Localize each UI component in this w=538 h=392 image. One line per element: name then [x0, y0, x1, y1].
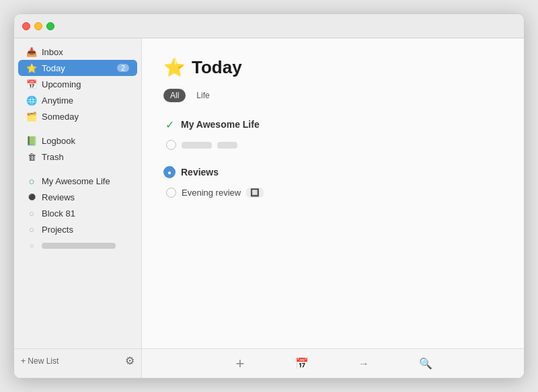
filter-life[interactable]: Life — [190, 89, 216, 102]
sidebar-item-label-inbox: Inbox — [42, 47, 63, 57]
next-button[interactable]: → — [353, 353, 375, 375]
page-header: ⭐ Today — [163, 57, 502, 78]
sidebar-item-label-my-awesome-life: My Awesome Life — [42, 176, 110, 186]
section-icon-reviews: ● — [163, 166, 176, 178]
sidebar-item-trash[interactable]: 🗑 Trash — [18, 149, 137, 165]
today-icon: ⭐ — [26, 63, 37, 73]
add-button[interactable]: + — [229, 353, 251, 375]
sidebar-footer: + New List ⚙ — [14, 348, 141, 373]
sidebar-item-today[interactable]: ⭐ Today 2 — [18, 60, 137, 76]
main-panel: ⭐ Today All Life ✓ My Awesome Life — [142, 38, 524, 378]
blurred-item-icon: ○ — [26, 240, 37, 251]
sidebar-item-label-anytime: Anytime — [42, 95, 73, 106]
page-title: Today — [192, 57, 242, 78]
sidebar-item-label-projects: Projects — [42, 225, 73, 235]
page-title-icon: ⭐ — [163, 57, 185, 78]
main-window: 📥 Inbox ⭐ Today 2 📅 Upcoming 🌐 A — [13, 13, 525, 379]
titlebar — [14, 14, 524, 38]
section-title-my-awesome-life: My Awesome Life — [181, 119, 260, 130]
someday-icon: 🗂️ — [26, 111, 37, 122]
sidebar-logs-section: 📗 Logbook 🗑 Trash — [14, 132, 141, 165]
task-label-evening-review: Evening review — [182, 188, 241, 198]
anytime-icon: 🌐 — [26, 95, 37, 106]
sidebar-item-my-awesome-life[interactable]: ○ My Awesome Life — [18, 173, 137, 189]
maximize-button[interactable] — [46, 22, 54, 30]
section-header-my-awesome-life: ✓ My Awesome Life — [163, 118, 502, 130]
content-area: 📥 Inbox ⭐ Today 2 📅 Upcoming 🌐 A — [14, 38, 524, 378]
upcoming-icon: 📅 — [26, 79, 37, 89]
section-icon-my-awesome-life: ✓ — [163, 118, 176, 130]
sidebar-item-label-upcoming: Upcoming — [42, 79, 81, 89]
today-badge: 2 — [117, 64, 129, 72]
task-item-evening-review: Evening review 🔲 — [166, 185, 502, 200]
task-text-blurred-1 — [182, 142, 212, 149]
settings-icon[interactable]: ⚙ — [125, 354, 134, 367]
projects-icon: ○ — [26, 224, 37, 235]
blurred-item-text — [42, 243, 116, 249]
main-content-area: ⭐ Today All Life ✓ My Awesome Life — [142, 38, 524, 348]
task-checkbox-2[interactable] — [166, 188, 176, 198]
section-header-reviews: ● Reviews — [163, 166, 502, 178]
reviews-icon: ⚫ — [26, 192, 37, 202]
sidebar: 📥 Inbox ⭐ Today 2 📅 Upcoming 🌐 A — [14, 38, 142, 378]
filter-bar: All Life — [163, 89, 502, 102]
sidebar-item-logbook[interactable]: 📗 Logbook — [18, 132, 137, 149]
sidebar-projects-section: ○ My Awesome Life ⚫ Reviews ○ Block 81 ○… — [14, 173, 141, 253]
block81-icon: ○ — [26, 208, 37, 219]
task-text-blurred-2 — [217, 142, 237, 149]
task-item-blurred — [166, 137, 502, 153]
sidebar-item-label-trash: Trash — [42, 152, 64, 162]
sidebar-item-label-logbook: Logbook — [42, 136, 75, 146]
search-button[interactable]: 🔍 — [415, 353, 436, 375]
minimize-button[interactable] — [34, 22, 42, 30]
task-list-my-awesome-life — [166, 137, 502, 153]
filter-all[interactable]: All — [163, 89, 186, 102]
my-awesome-life-icon: ○ — [26, 175, 37, 186]
trash-icon: 🗑 — [26, 151, 37, 162]
sidebar-item-label-block81: Block 81 — [42, 208, 75, 219]
sidebar-item-inbox[interactable]: 📥 Inbox — [18, 44, 137, 60]
sidebar-item-projects[interactable]: ○ Projects — [18, 221, 137, 237]
logbook-icon: 📗 — [26, 135, 37, 146]
sidebar-item-label-today: Today — [42, 63, 65, 73]
sidebar-item-label-someday: Someday — [42, 112, 79, 122]
task-checkbox-1[interactable] — [166, 140, 176, 150]
new-list-button[interactable]: + New List — [21, 356, 59, 366]
task-tag-evening-review: 🔲 — [246, 188, 264, 198]
sidebar-item-block81[interactable]: ○ Block 81 — [18, 205, 137, 221]
main-footer: + 📅 → 🔍 — [142, 348, 524, 378]
sidebar-item-reviews[interactable]: ⚫ Reviews — [18, 189, 137, 205]
traffic-lights — [22, 22, 54, 30]
sidebar-item-blurred[interactable]: ○ — [18, 237, 137, 253]
sidebar-item-someday[interactable]: 🗂️ Someday — [18, 108, 137, 124]
sidebar-main-section: 📥 Inbox ⭐ Today 2 📅 Upcoming 🌐 A — [14, 44, 141, 124]
sidebar-item-label-reviews: Reviews — [42, 192, 75, 202]
sidebar-item-anytime[interactable]: 🌐 Anytime — [18, 92, 137, 108]
task-list-reviews: Evening review 🔲 — [166, 185, 502, 200]
section-title-reviews: Reviews — [181, 167, 219, 178]
close-button[interactable] — [22, 22, 30, 30]
inbox-icon: 📥 — [26, 46, 37, 57]
sidebar-item-upcoming[interactable]: 📅 Upcoming — [18, 76, 137, 92]
calendar-button[interactable]: 📅 — [291, 353, 313, 375]
